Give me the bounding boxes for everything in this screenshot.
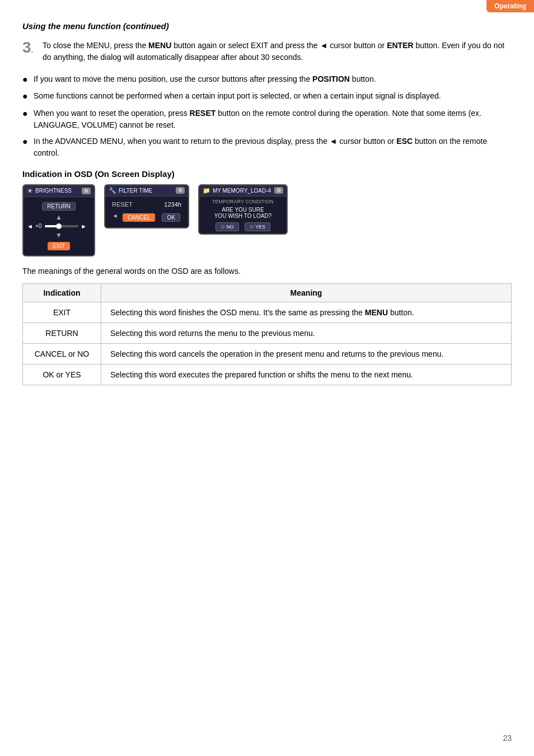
osd-panel-mymemory: 📁 MY MEMORY_LOAD-4 ⚙ TEMPORARY CONDITION… — [198, 184, 288, 235]
osd-cancel-ok-row: ◄ CANCEL OK — [109, 210, 185, 225]
page: Operating Using the menu function (conti… — [0, 0, 534, 756]
osd-filtertime-corner: ⚙ — [176, 187, 185, 194]
section-title: Using the menu function (continued) — [22, 21, 512, 31]
osd-no-yes-btns: ⊙ NO ⊙ YES — [204, 222, 282, 231]
bullet-item-4: ● In the ADVANCED MENU, when you want to… — [22, 136, 512, 159]
table-row: OK or YES Selecting this word executes t… — [23, 364, 512, 385]
osd-filtertime-body: RESET 1234h ◄ CANCEL OK — [105, 197, 188, 227]
osd-are-you-sure: ARE YOU SURE YOU WISH TO LOAD? — [204, 207, 282, 219]
step3-text: To close the MENU, press the MENU button… — [43, 40, 512, 63]
osd-yes-label: YES — [255, 224, 265, 230]
osd-brightness-title: ☀ BRIGHTNESS — [27, 187, 72, 195]
step3-number: 3. — [22, 40, 43, 55]
osd-brightness-header: ☀ BRIGHTNESS ⚙ — [24, 185, 94, 197]
osd-mymemory-header: 📁 MY MEMORY_LOAD-4 ⚙ — [199, 185, 287, 197]
osd-down-arrow: ▼ — [55, 231, 62, 239]
table-header-row: Indication Meaning — [23, 283, 512, 302]
table-row: RETURN Selecting this word returns the m… — [23, 323, 512, 343]
col-indication-header: Indication — [23, 283, 101, 302]
osd-filtertime-title: 🔧 FILTER TIME — [109, 187, 152, 194]
osd-return-btn-row: RETURN — [27, 201, 91, 212]
osd-mymemory-title: 📁 MY MEMORY_LOAD-4 — [203, 187, 271, 194]
filtertime-icon: 🔧 — [109, 187, 116, 194]
indication-table: Indication Meaning EXIT Selecting this w… — [22, 283, 512, 385]
osd-mymemory-body: TEMPORARY CONDITION ARE YOU SURE YOU WIS… — [199, 197, 287, 234]
bullet-dot: ● — [22, 108, 31, 120]
osd-brightness-label: BRIGHTNESS — [35, 188, 72, 194]
mymemory-icon: 📁 — [203, 187, 210, 194]
osd-left-arrow: ◄ — [27, 223, 33, 230]
meaning-ok-yes: Selecting this word executes the prepare… — [101, 364, 512, 385]
osd-slider-row: ◄ +0 ► — [27, 223, 91, 230]
col-meaning-header: Meaning — [101, 283, 512, 302]
meaning-exit: Selecting this word finishes the OSD men… — [101, 302, 512, 323]
osd-mymemory-label: MY MEMORY_LOAD-4 — [213, 188, 271, 194]
indication-section-title: Indication in OSD (On Screen Display) — [22, 169, 512, 179]
osd-exit-btn[interactable]: EXIT — [48, 242, 70, 250]
bullet-item-3: ● When you want to reset the operation, … — [22, 108, 512, 131]
osd-slider-thumb — [56, 223, 62, 229]
osd-panel-brightness: ☀ BRIGHTNESS ⚙ RETURN ▲ ◄ +0 — [22, 184, 95, 256]
osd-no-btn[interactable]: ⊙ NO — [216, 222, 239, 231]
osd-return-btn[interactable]: RETURN — [42, 202, 76, 211]
meanings-text: The meanings of the general words on the… — [22, 267, 512, 276]
osd-up-arrow: ▲ — [55, 213, 62, 221]
bullet-item-1: ● If you want to move the menu position,… — [22, 73, 512, 86]
osd-brightness-body: RETURN ▲ ◄ +0 ► ▼ EX — [24, 197, 94, 255]
osd-exit-btn-row: EXIT — [27, 241, 91, 251]
osd-panel-filtertime: 🔧 FILTER TIME ⚙ RESET 1234h ◄ CANCEL OK — [104, 184, 189, 228]
osd-cancel-btn[interactable]: CANCEL — [123, 213, 156, 222]
osd-reset-row: RESET 1234h — [109, 199, 185, 210]
bullet-dot: ● — [22, 90, 31, 102]
osd-reset-label: RESET — [112, 201, 133, 208]
osd-value-label: +0 — [35, 223, 41, 229]
osd-filtertime-header: 🔧 FILTER TIME ⚙ — [105, 185, 188, 197]
meaning-return: Selecting this word returns the menu to … — [101, 323, 512, 343]
bullet-list: ● If you want to move the menu position,… — [22, 73, 512, 159]
osd-ok-btn[interactable]: OK — [162, 213, 180, 222]
bullet-dot: ● — [22, 136, 31, 148]
osd-yes-btn[interactable]: ⊙ YES — [245, 222, 270, 231]
page-number: 23 — [503, 734, 512, 743]
osd-cancel-left-arrow: ◄ — [112, 212, 118, 223]
indication-ok-yes: OK or YES — [23, 364, 101, 385]
osd-right-arrow: ► — [81, 223, 87, 230]
osd-filtertime-label: FILTER TIME — [119, 188, 152, 194]
osd-mymemory-corner: ⚙ — [274, 187, 283, 194]
meaning-cancel-no: Selecting this word cancels the operatio… — [101, 343, 512, 364]
osd-filtertime-value: 1234h — [164, 201, 181, 208]
brightness-icon: ☀ — [27, 187, 33, 195]
indication-return: RETURN — [23, 323, 101, 343]
indication-exit: EXIT — [23, 302, 101, 323]
step3-block: 3. To close the MENU, press the MENU but… — [22, 40, 512, 63]
osd-panels: ☀ BRIGHTNESS ⚙ RETURN ▲ ◄ +0 — [22, 184, 512, 256]
bullet-dot: ● — [22, 73, 31, 86]
indication-cancel-no: CANCEL or NO — [23, 343, 101, 364]
osd-down-arrow-row: ▼ — [27, 231, 91, 239]
osd-brightness-corner: ⚙ — [82, 188, 91, 194]
section-label: Operating — [486, 0, 534, 12]
osd-slider-track — [45, 225, 78, 227]
osd-temp-condition: TEMPORARY CONDITION — [204, 199, 282, 204]
bullet-item-2: ● Some functions cannot be performed whe… — [22, 90, 512, 102]
osd-up-arrow-row: ▲ — [27, 213, 91, 221]
osd-slider-fill — [45, 225, 57, 227]
osd-no-label: NO — [226, 224, 234, 230]
table-row: EXIT Selecting this word finishes the OS… — [23, 302, 512, 323]
table-row: CANCEL or NO Selecting this word cancels… — [23, 343, 512, 364]
